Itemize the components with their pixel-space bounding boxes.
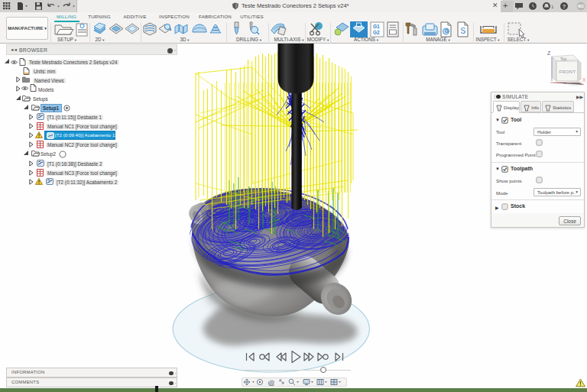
svg-text:NG: NG	[578, 4, 584, 8]
svg-text:G1: G1	[373, 24, 380, 29]
svg-text:X: X	[582, 77, 586, 83]
svg-text:FRONT: FRONT	[559, 70, 576, 74]
svg-text:S: S	[460, 27, 465, 35]
svg-text:?: ?	[563, 3, 566, 10]
svg-text:Top: Top	[560, 57, 566, 61]
svg-text:1: 1	[551, 5, 554, 9]
svg-text:G: G	[445, 28, 449, 34]
svg-text:Z: Z	[547, 50, 551, 56]
svg-text:G2: G2	[373, 30, 380, 35]
